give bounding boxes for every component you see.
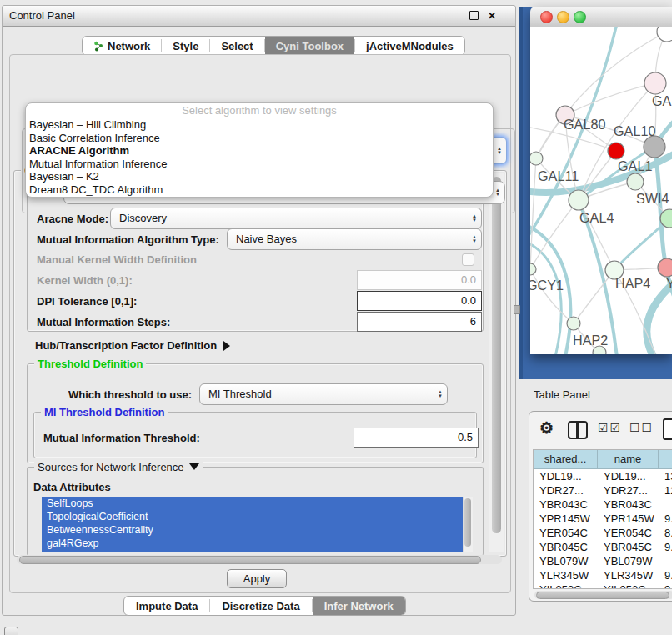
dropdown-item-bayesian-k2[interactable]: Bayesian – K2 <box>26 170 493 183</box>
attribute-topologicalcoefficient[interactable]: TopologicalCoefficient <box>42 510 463 523</box>
network-node[interactable] <box>627 173 644 190</box>
table-row[interactable]: YER054CYER054C8. <box>534 526 672 540</box>
network-node[interactable] <box>658 258 672 277</box>
mi-algorithm-type-select[interactable]: Naive Bayes ▲▼ <box>227 228 482 250</box>
network-edge <box>530 240 561 354</box>
table-row[interactable]: YIL053CYIL053C9 <box>534 582 672 589</box>
control-panel-window: Control Panel ✕ NetworkStyleSelectCyni T… <box>2 5 516 616</box>
table-row[interactable]: YBR043CYBR043C <box>534 498 672 512</box>
network-node[interactable] <box>569 190 589 210</box>
network-edge <box>530 158 536 269</box>
attribute-betweennesscentrality[interactable]: BetweennessCentrality <box>42 523 463 537</box>
node-label: GAL10 <box>614 123 655 138</box>
node-label: GAL4 <box>579 210 614 225</box>
network-node[interactable] <box>657 27 672 42</box>
close-panel-icon[interactable]: ✕ <box>487 11 497 21</box>
dropdown-item-basic-correlation-inference[interactable]: Basic Correlation Inference <box>26 132 493 145</box>
minimize-window-icon[interactable] <box>557 11 569 23</box>
kernel-width-label: Kernel Width (0,1): <box>37 274 133 287</box>
expand-arrow-icon <box>223 341 230 351</box>
settings-hscrollbar[interactable] <box>17 555 502 564</box>
node-label: HAP2 <box>573 332 608 348</box>
table-row[interactable]: YBR045CYBR045C9. <box>534 540 672 554</box>
column-header-a[interactable]: A <box>659 450 672 469</box>
tab-network[interactable]: Network <box>83 37 161 55</box>
attributes-scrollbar[interactable] <box>463 497 473 552</box>
network-icon <box>93 41 103 52</box>
network-canvas[interactable]: GAL7GAL80GAL10GAL11GAL1SWI4GAL4GCY1HAP4Y… <box>530 27 672 354</box>
network-node[interactable] <box>567 317 580 330</box>
node-label: SWI4 <box>636 191 669 206</box>
network-node[interactable] <box>644 72 666 94</box>
table-row[interactable]: YDL19...YDL19...13 <box>534 469 672 483</box>
control-panel-titlebar: Control Panel ✕ <box>3 6 515 27</box>
manual-kernel-checkbox <box>462 253 474 266</box>
manual-kernel-label: Manual Kernel Width Definition <box>37 253 197 266</box>
node-label: GCY1 <box>530 278 564 292</box>
network-window-titlebar[interactable] <box>530 7 672 28</box>
stepper-arrows-icon: ▲▼ <box>495 188 500 197</box>
document-icon[interactable] <box>663 418 672 440</box>
tab-jactivemnodules[interactable]: jActiveMNodules <box>355 37 464 55</box>
panel-divider-grip[interactable] <box>514 305 520 314</box>
table-panel: ⚙ ☑☑ ☐☐ shared...nameA YDL19...YDL19...1… <box>529 411 672 602</box>
column-header-name[interactable]: name <box>598 450 659 469</box>
zoom-window-icon[interactable] <box>574 11 586 23</box>
network-node[interactable] <box>608 142 624 159</box>
hub-definition-toggle[interactable]: Hub/Transcription Factor Definition <box>35 339 230 352</box>
tab-impute-data[interactable]: Impute Data <box>124 597 209 615</box>
tab-infer-network[interactable]: Infer Network <box>313 597 405 615</box>
screen: Control Panel ✕ NetworkStyleSelectCyni T… <box>0 0 672 635</box>
tab-select[interactable]: Select <box>210 37 263 55</box>
gear-icon[interactable]: ⚙ <box>539 418 554 438</box>
attribute-gal4rgexp[interactable]: gal4RGexp <box>42 537 463 550</box>
algorithm-dropdown-placeholder: Select algorithm to view settings <box>26 103 493 118</box>
table-row[interactable]: YPR145WYPR145W9. <box>534 512 672 526</box>
apply-button[interactable]: Apply <box>227 569 287 588</box>
kernel-width-input: 0.0 <box>357 270 482 290</box>
data-attributes-list[interactable]: SelfLoopsTopologicalCoefficientBetweenne… <box>42 497 463 552</box>
stepper-arrows-icon: ▲▼ <box>438 390 443 398</box>
tab-discretize-data[interactable]: Discretize Data <box>210 597 311 615</box>
stepper-arrows-icon: ▲▼ <box>497 147 502 155</box>
dropdown-item-aracne-algorithm[interactable]: ARACNE Algorithm <box>26 144 493 158</box>
deselect-all-checks-icon[interactable]: ☐☐ <box>629 421 654 434</box>
which-threshold-label: Which threshold to use: <box>68 388 192 401</box>
node-label: GAL11 <box>538 168 579 183</box>
network-edge <box>530 200 579 269</box>
table-panel-title: Table Panel <box>534 388 590 401</box>
sources-toggle[interactable]: Sources for Network Inference <box>34 461 203 473</box>
which-threshold-select[interactable]: MI Threshold ▲▼ <box>199 383 448 405</box>
table-row[interactable]: YBL079WYBL079W <box>534 554 672 568</box>
network-view-frame: GAL7GAL80GAL10GAL11GAL1SWI4GAL4GCY1HAP4Y… <box>519 7 672 379</box>
float-panel-icon[interactable] <box>469 11 479 20</box>
select-all-checks-icon[interactable]: ☑☑ <box>598 421 622 434</box>
attribute-selfloops[interactable]: SelfLoops <box>42 497 463 510</box>
mi-threshold-label: Mutual Information Threshold: <box>43 432 200 444</box>
dropdown-item-dream8-dc-tdc-algorithm[interactable]: Dream8 DC_TDC Algorithm <box>26 183 493 197</box>
table-row[interactable]: YLR345WYLR345W9. <box>534 568 672 582</box>
table-toolbar: ⚙ ☑☑ ☐☐ <box>529 417 672 443</box>
network-node[interactable] <box>530 152 543 165</box>
frame-edge <box>519 7 523 379</box>
control-panel-title: Control Panel <box>9 6 75 26</box>
network-node[interactable] <box>644 136 665 158</box>
minimized-panel-icon[interactable] <box>4 627 18 635</box>
close-window-icon[interactable] <box>540 11 553 23</box>
dropdown-item-bayesian-hill-climbing[interactable]: Bayesian – Hill Climbing <box>26 118 493 132</box>
mi-threshold-input[interactable]: 0.5 <box>354 428 479 448</box>
column-header-shared[interactable]: shared... <box>534 450 598 469</box>
mi-steps-input[interactable]: 6 <box>357 312 482 332</box>
algorithm-dropdown-items: Bayesian – Hill ClimbingBasic Correlatio… <box>26 118 493 197</box>
dpi-tolerance-input[interactable]: 0.0 <box>357 291 482 311</box>
settings-scrollbar[interactable] <box>489 173 504 552</box>
column-layout-icon[interactable] <box>568 421 588 439</box>
table-hscrollbar[interactable] <box>534 591 672 599</box>
tab-cyni-toolbox[interactable]: Cyni Toolbox <box>265 37 354 55</box>
node-label: Y <box>666 276 672 291</box>
network-node[interactable] <box>530 263 536 275</box>
dropdown-item-mutual-information-inference[interactable]: Mutual Information Inference <box>26 158 493 171</box>
table-row[interactable]: YDR27...YDR27...12 <box>534 483 672 498</box>
stepper-arrows-icon: ▲▼ <box>472 235 477 243</box>
tab-style[interactable]: Style <box>162 37 209 55</box>
